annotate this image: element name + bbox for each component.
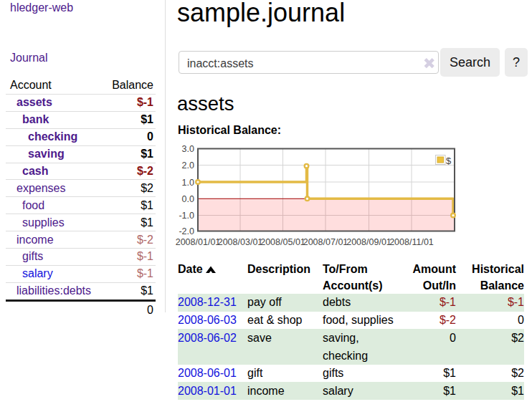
svg-text:2.0: 2.0 [182, 160, 194, 171]
svg-text:1.0: 1.0 [182, 178, 194, 188]
svg-text:-1.0: -1.0 [179, 211, 194, 221]
svg-text:-2.0: -2.0 [179, 226, 194, 236]
svg-text:2008/05/01: 2008/05/01 [260, 237, 305, 247]
svg-text:2008/11/01: 2008/11/01 [389, 237, 434, 247]
svg-text:2008/07/01: 2008/07/01 [303, 237, 348, 247]
svg-text:0.0: 0.0 [182, 194, 194, 204]
svg-text:2008/01/01: 2008/01/01 [176, 237, 221, 247]
svg-text:$: $ [446, 155, 452, 166]
svg-text:2008/09/01: 2008/09/01 [346, 237, 391, 247]
svg-text:3.0: 3.0 [182, 144, 194, 154]
svg-text:2008/03/01: 2008/03/01 [218, 237, 263, 247]
